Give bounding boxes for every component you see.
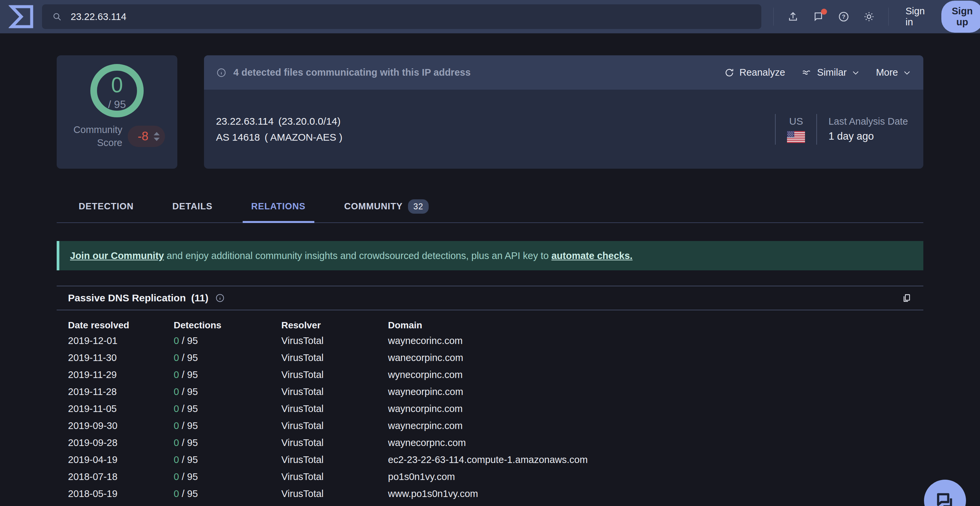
community-count-badge: 32 xyxy=(408,199,429,214)
country-block: US xyxy=(787,116,805,143)
pdns-domain[interactable]: waynecorinc.com xyxy=(388,335,912,346)
ip-network: (23.20.0.0/14) xyxy=(278,116,340,127)
pdns-resolver: VirusTotal xyxy=(282,420,388,431)
pdns-resolver: VirusTotal xyxy=(282,369,388,380)
overview-actions: Reanalyze Similar xyxy=(724,67,912,78)
similar-button[interactable]: Similar xyxy=(801,67,860,78)
pdns-date: 2019-09-30 xyxy=(68,420,173,431)
pdns-positives: 0 xyxy=(173,454,179,465)
pdns-detections: 0 / 95 xyxy=(173,403,282,414)
community-vote-widget[interactable]: -8 xyxy=(128,126,165,147)
pdns-total: / 95 xyxy=(182,438,198,448)
pdns-date: 2019-11-29 xyxy=(68,369,173,380)
sign-up-button[interactable]: Sign up xyxy=(941,1,980,33)
pdns-resolver: VirusTotal xyxy=(282,386,388,397)
tab-label: DETECTION xyxy=(79,201,134,212)
pdns-positives: 0 xyxy=(173,352,179,363)
pdns-detections: 0 / 95 xyxy=(173,488,282,499)
automate-checks-link[interactable]: automate checks. xyxy=(551,250,632,261)
pdns-date: 2019-11-30 xyxy=(68,352,173,363)
reanalyze-button[interactable]: Reanalyze xyxy=(724,67,785,78)
table-row: 2019-11-30 0 / 95 VirusTotal wanecorpinc… xyxy=(68,349,912,366)
as-owner: ( AMAZON-AES ) xyxy=(265,132,342,143)
search-icon xyxy=(52,12,62,22)
pdns-detections: 0 / 95 xyxy=(173,438,282,448)
pdns-positives: 0 xyxy=(173,471,179,482)
pdns-date: 2019-09-28 xyxy=(68,438,173,448)
topbar: ? Sign in Sign up xyxy=(0,0,980,33)
summary-row: 0 / 95 Community Score -8 xyxy=(57,55,923,169)
asn: AS 14618 xyxy=(216,132,260,143)
passive-dns-title: Passive DNS Replication xyxy=(68,292,186,304)
pdns-domain[interactable]: po1s0n1vy.com xyxy=(388,471,912,482)
reanalyze-icon xyxy=(724,67,735,78)
chat-fab-button[interactable] xyxy=(924,480,966,506)
tab-relations[interactable]: RELATIONS xyxy=(243,199,314,222)
pdns-total: / 95 xyxy=(182,454,198,465)
info-icon[interactable] xyxy=(215,293,225,303)
pdns-total: / 95 xyxy=(182,488,198,499)
community-score-row: Community Score -8 xyxy=(69,123,165,150)
pdns-domain[interactable]: wanecorpinc.com xyxy=(388,352,912,363)
join-community-link[interactable]: Join our Community xyxy=(70,250,164,261)
pdns-positives: 0 xyxy=(173,488,179,499)
theme-toggle-icon[interactable] xyxy=(863,11,875,23)
pdns-detections: 0 / 95 xyxy=(173,352,282,363)
banner-text: and enjoy additional community insights … xyxy=(164,250,551,261)
pdns-detections: 0 / 95 xyxy=(173,454,282,465)
help-icon[interactable]: ? xyxy=(838,11,850,23)
pdns-total: / 95 xyxy=(182,471,198,482)
pdns-total: / 95 xyxy=(182,335,198,346)
pdns-date: 2018-07-18 xyxy=(68,471,173,482)
tab-bar: DETECTION DETAILS RELATIONS COMMUNITY 32 xyxy=(57,199,923,223)
pdns-domain[interactable]: waynecrpinc.com xyxy=(388,420,912,431)
detection-notice: 4 detected files communicating with this… xyxy=(216,67,471,78)
tab-community[interactable]: COMMUNITY 32 xyxy=(336,199,438,222)
divider xyxy=(775,114,776,145)
table-row: 2018-07-18 0 / 95 VirusTotal po1s0n1vy.c… xyxy=(68,468,912,485)
main-content: 0 / 95 Community Score -8 xyxy=(57,55,923,506)
search-input[interactable] xyxy=(71,11,751,22)
pdns-date: 2018-05-19 xyxy=(68,488,173,499)
info-icon xyxy=(216,67,227,78)
tab-detection[interactable]: DETECTION xyxy=(70,199,142,222)
downvote-icon[interactable] xyxy=(154,138,160,141)
passive-dns-header: Passive DNS Replication (11) xyxy=(57,286,923,310)
tab-label: RELATIONS xyxy=(251,201,305,212)
table-row: 2019-11-05 0 / 95 VirusTotal wayncorpinc… xyxy=(68,400,912,417)
search-bar[interactable] xyxy=(42,4,761,29)
sign-in-link[interactable]: Sign in xyxy=(902,6,928,28)
us-flag-icon[interactable] xyxy=(787,131,805,143)
divider xyxy=(888,8,889,25)
pdns-positives: 0 xyxy=(173,386,179,397)
overview-card: 4 detected files communicating with this… xyxy=(204,55,923,169)
pdns-domain[interactable]: ec2-23-22-63-114.compute-1.amazonaws.com xyxy=(388,454,912,465)
feedback-icon[interactable] xyxy=(812,11,824,23)
community-score-label: Community Score xyxy=(69,123,123,150)
pdns-domain[interactable]: waynecorpnc.com xyxy=(388,438,912,448)
table-row: 2018-05-02 4 / 95 VirusTotal prankglassi… xyxy=(68,502,912,506)
virustotal-logo-icon[interactable] xyxy=(9,4,35,30)
detection-score-value: 0 xyxy=(111,74,123,95)
table-row: 2019-09-28 0 / 95 VirusTotal waynecorpnc… xyxy=(68,434,912,451)
chevron-down-icon xyxy=(903,68,912,77)
pdns-detections: 0 / 95 xyxy=(173,471,282,482)
passive-dns-count: (11) xyxy=(191,292,208,304)
pdns-resolver: VirusTotal xyxy=(282,454,388,465)
pdns-domain[interactable]: www.po1s0n1vy.com xyxy=(388,488,912,499)
pdns-domain[interactable]: wayncorpinc.com xyxy=(388,403,912,414)
upvote-icon[interactable] xyxy=(154,132,160,135)
upload-icon[interactable] xyxy=(787,11,799,23)
pdns-resolver: VirusTotal xyxy=(282,488,388,499)
country-code: US xyxy=(787,116,805,127)
divider xyxy=(816,114,817,145)
more-button[interactable]: More xyxy=(876,67,912,78)
table-row: 2018-05-19 0 / 95 VirusTotal www.po1s0n1… xyxy=(68,485,912,502)
chat-icon xyxy=(934,490,956,506)
pdns-domain[interactable]: wayneorpinc.com xyxy=(388,386,912,397)
pdns-domain[interactable]: wynecorpinc.com xyxy=(388,369,912,380)
tab-details[interactable]: DETAILS xyxy=(164,199,221,222)
pdns-detections: 0 / 95 xyxy=(173,386,282,397)
copy-icon[interactable] xyxy=(901,293,912,303)
pdns-total: / 95 xyxy=(182,369,198,380)
